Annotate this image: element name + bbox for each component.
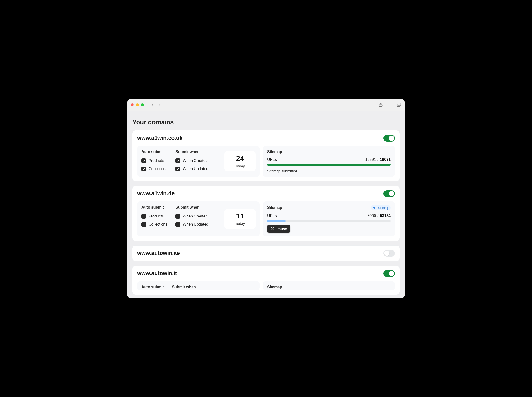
today-count-label: Today [235, 164, 245, 168]
sitemap-status: Sitemap submitted [267, 169, 391, 173]
titlebar [127, 99, 405, 111]
auto-submit-header: Auto submit [141, 205, 167, 210]
auto-submit-header: Auto submit [141, 285, 164, 289]
close-window-button[interactable] [131, 103, 134, 106]
products-checkbox[interactable] [141, 214, 146, 219]
browser-window: Your domains www.a1win.co.uk Auto submit… [127, 99, 405, 298]
submit-when-header: Submit when [175, 150, 208, 154]
progress-bar [267, 220, 391, 222]
sitemap-header: Sitemap [267, 205, 282, 210]
today-count: 11 Today [224, 209, 256, 229]
status-badge: Running [371, 205, 391, 210]
sitemap-header: Sitemap [267, 285, 282, 289]
when-created-label: When Created [183, 214, 207, 218]
svg-point-2 [271, 227, 274, 230]
collections-label: Collections [149, 167, 167, 171]
products-label: Products [149, 159, 164, 163]
domain-card: www.a1win.co.uk Auto submit Products [132, 130, 400, 181]
page-title: Your domains [133, 118, 400, 126]
urls-progress: 8000/53154 [367, 214, 391, 218]
urls-total: 19091 [380, 157, 391, 161]
nav-arrows [150, 102, 163, 108]
urls-label: URLs [267, 157, 277, 162]
collections-checkbox[interactable] [141, 222, 146, 227]
enable-toggle[interactable] [383, 190, 395, 197]
share-icon[interactable] [378, 102, 383, 107]
collections-checkbox[interactable] [141, 167, 146, 171]
auto-submit-header: Auto submit [141, 150, 167, 154]
urls-done: 19591 [365, 157, 376, 161]
when-updated-checkbox[interactable] [175, 222, 180, 227]
settings-panel: Auto submit Products Collections S [137, 201, 260, 236]
settings-panel: Auto submit Products Collections S [137, 146, 260, 177]
pause-button[interactable]: Pause [267, 225, 290, 233]
when-updated-label: When Updated [183, 222, 208, 227]
status-dot-icon [373, 207, 375, 209]
urls-total: 53154 [380, 214, 391, 218]
domain-name: www.a1win.co.uk [137, 135, 183, 141]
page-content: Your domains www.a1win.co.uk Auto submit… [127, 111, 405, 298]
maximize-window-button[interactable] [141, 103, 144, 106]
enable-toggle[interactable] [383, 135, 395, 142]
sitemap-header: Sitemap [267, 150, 282, 154]
domain-card: www.autowin.it Auto submit Submit when S… [132, 266, 400, 295]
today-count-value: 11 [236, 212, 244, 219]
window-controls [131, 103, 144, 106]
urls-progress: 19591/19091 [365, 157, 391, 162]
today-count-value: 24 [236, 155, 244, 162]
svg-rect-1 [398, 103, 401, 106]
domain-card: www.a1win.de Auto submit Products [132, 186, 400, 241]
status-badge-label: Running [377, 206, 388, 210]
sitemap-panel: Sitemap URLs 19591/19091 Sitemap submitt… [263, 146, 395, 177]
when-updated-checkbox[interactable] [175, 167, 180, 171]
when-created-checkbox[interactable] [175, 158, 180, 163]
pause-icon [271, 227, 274, 230]
products-label: Products [149, 214, 164, 218]
when-created-checkbox[interactable] [175, 214, 180, 219]
tabs-overview-icon[interactable] [397, 102, 401, 107]
domain-name: www.a1win.de [137, 190, 175, 197]
enable-toggle[interactable] [383, 270, 395, 277]
when-updated-label: When Updated [183, 167, 208, 171]
sitemap-panel: Sitemap Running URLs 8000/53154 [263, 201, 395, 236]
urls-done: 8000 [367, 214, 376, 218]
titlebar-actions [378, 102, 401, 107]
today-count-label: Today [235, 221, 245, 225]
collections-label: Collections [149, 222, 167, 227]
settings-panel: Auto submit Submit when [137, 281, 260, 290]
domain-card: www.autowin.ae [132, 245, 400, 261]
domain-name: www.autowin.ae [137, 250, 180, 256]
domain-name: www.autowin.it [137, 270, 177, 277]
submit-when-header: Submit when [175, 205, 208, 210]
when-created-label: When Created [183, 159, 207, 163]
new-tab-icon[interactable] [387, 102, 392, 107]
submit-when-header: Submit when [172, 285, 196, 289]
back-button[interactable] [150, 102, 155, 108]
products-checkbox[interactable] [141, 158, 146, 163]
sitemap-panel: Sitemap [263, 281, 395, 290]
forward-button[interactable] [157, 102, 163, 108]
pause-button-label: Pause [276, 227, 287, 231]
enable-toggle[interactable] [383, 250, 395, 257]
urls-label: URLs [267, 214, 277, 218]
today-count: 24 Today [224, 151, 256, 171]
progress-bar [267, 164, 391, 166]
minimize-window-button[interactable] [136, 103, 139, 106]
